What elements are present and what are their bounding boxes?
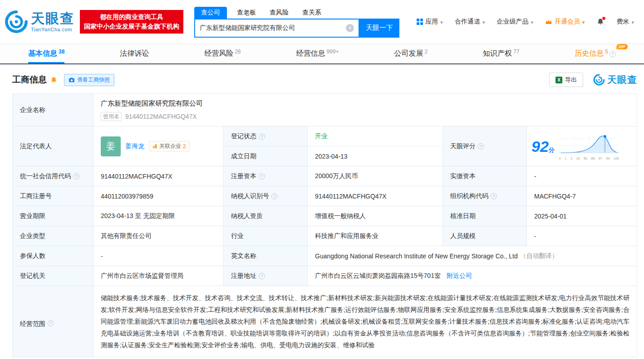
tab-history-info[interactable]: 历史信息 5 VIP [575, 44, 616, 63]
related-companies-badge[interactable]: 关联企业 2 [149, 141, 190, 151]
field-label-company-type: 企业类型 [13, 226, 93, 246]
tab-company-development[interactable]: 公司发展 2 [394, 44, 428, 63]
field-value-credit-code: 91440112MACFHGQ47X [93, 166, 224, 186]
help-icon[interactable] [610, 51, 616, 57]
field-value-company-type: 其他有限责任公司 [93, 226, 224, 246]
snapshot-button[interactable]: 查看工商快照 [64, 74, 114, 86]
field-value-business-scope: 储能技术服务;技术服务、技术开发、技术咨询、技术交流、技术转让、技术推广;新材料… [93, 286, 637, 357]
field-label-insured: 参保人数 [13, 246, 93, 266]
nav-user-account[interactable]: 费米 [616, 18, 634, 26]
field-value-legal-rep: 姜 姜海龙 关联企业 2 [93, 126, 224, 166]
tab-legal-lawsuits[interactable]: 法律诉讼 [120, 44, 149, 63]
company-name: 广东新型储能国家研究院有限公司 [101, 99, 629, 108]
field-label-company-name: 企业名称 [13, 94, 93, 126]
field-label-reg-capital: 注册资本 [224, 166, 308, 186]
field-label-taxpayer-quality: 纳税人资质 [224, 206, 308, 226]
tianyancha-logo[interactable]: 天眼查 TianYanCha.com [5, 10, 74, 34]
legal-rep-link[interactable]: 姜海龙 [125, 142, 144, 150]
field-value-industry: 科技推广和应用服务业 [308, 226, 443, 246]
tab-intellectual-property[interactable]: 知识产权 77 [483, 44, 519, 63]
field-value-english-name: Guangdong National Research Institute of… [308, 246, 637, 266]
apps-grid-icon [417, 19, 423, 25]
help-icon[interactable] [73, 173, 79, 180]
camera-icon [69, 77, 75, 82]
field-label-score: 天眼评分 [443, 126, 527, 166]
field-value-reg-authority: 广州市白云区市场监督管理局 [93, 266, 224, 286]
field-label-org-code: 组织机构代码 [443, 186, 527, 206]
alert-bell-icon[interactable] [50, 76, 58, 84]
business-info-table: 企业名称 广东新型储能国家研究院有限公司 曾用名 91440112MACFHGQ… [12, 93, 637, 357]
search-block: 查公司 查老板 查风险 查关系 天眼一下 [194, 6, 399, 38]
slogan-line-1: 都在用的商业查询工具 [84, 12, 179, 22]
notification-red-dot [602, 17, 605, 20]
score-chart-axis: 0131550859799100 [559, 157, 619, 160]
logo-icon [593, 74, 605, 86]
nav-apps[interactable]: 应用 [417, 18, 443, 26]
status-open: 开业 [315, 132, 328, 141]
help-icon[interactable] [271, 193, 278, 199]
excel-icon [556, 77, 562, 83]
nav-partner[interactable]: 合作通道 [455, 18, 485, 26]
field-label-credit-code: 统一社会信用代码 [13, 166, 93, 186]
watermark-text: 天眼查 [607, 73, 637, 86]
nav-enterprise[interactable]: 企业级产品 [497, 18, 533, 26]
search-tab-company[interactable]: 查公司 [194, 7, 227, 19]
help-icon[interactable] [491, 193, 497, 199]
tab-count: 28 [235, 49, 241, 55]
chevron-down-icon [631, 18, 634, 25]
search-tab-relation[interactable]: 查关系 [302, 7, 321, 19]
chevron-down-icon [482, 18, 485, 25]
field-value-score: 92分 0131550859799100 [527, 126, 637, 166]
logo-icon [5, 10, 28, 34]
score-unit: 分 [549, 146, 555, 153]
score-curve-chart: 0131550859799100 [559, 133, 619, 160]
logo-subtitle: TianYanCha.com [31, 27, 74, 32]
help-icon[interactable] [259, 273, 265, 279]
chevron-down-icon [531, 18, 533, 25]
help-icon[interactable] [478, 143, 484, 150]
chevron-down-icon [582, 18, 585, 25]
search-tab-risk[interactable]: 查风险 [270, 7, 289, 19]
tab-count: 2 [424, 49, 428, 55]
field-label-established: 成立日期 [224, 146, 308, 166]
clear-search-icon[interactable] [346, 24, 354, 32]
tab-count: 38 [59, 49, 64, 55]
field-label-reg-number: 工商注册号 [13, 186, 93, 206]
field-value-approval-date: 2025-04-01 [527, 206, 637, 226]
field-value-taxpayer-id: 91440112MACFHGQ47X [308, 186, 443, 206]
nav-vip-upgrade[interactable]: 开通会员 [545, 18, 585, 26]
field-label-paid-capital: 实缴资本 [443, 166, 527, 186]
field-value-reg-status: 开业 [308, 126, 443, 146]
field-value-business-term: 2023-04-13 至 无固定期限 [93, 206, 224, 226]
search-button[interactable]: 天眼一下 [359, 19, 399, 38]
field-label-english-name: 英文名称 [224, 246, 308, 266]
tab-count: 5 [605, 49, 608, 55]
watermark-logo: 天眼查 [593, 73, 637, 86]
tab-business-risk[interactable]: 经营风险 28 [204, 44, 241, 63]
notification-bell[interactable] [596, 18, 605, 26]
tab-business-info[interactable]: 经营信息 999+ [296, 44, 339, 63]
field-value-org-code: MACFHGQ4-7 [527, 186, 637, 206]
search-input[interactable] [195, 24, 346, 32]
help-icon[interactable] [259, 173, 265, 180]
legal-rep-avatar[interactable]: 姜 [101, 136, 121, 156]
help-icon[interactable] [259, 133, 265, 140]
section-title: 工商信息 [12, 74, 47, 86]
score-value: 92 [531, 138, 549, 155]
auto-translate-note: （自动翻译） [520, 252, 558, 260]
field-value-staff-size: - [527, 226, 637, 246]
field-label-approval-date: 核准日期 [443, 206, 527, 226]
field-label-reg-status: 登记状态 [224, 126, 308, 146]
help-icon[interactable] [48, 320, 54, 326]
tab-basic-info[interactable]: 基本信息 38 [28, 44, 64, 63]
former-name-tag: 曾用名 [101, 112, 122, 121]
tab-count: 77 [513, 49, 519, 55]
nearby-companies-link[interactable]: 附近公司 [447, 272, 472, 280]
brand-slogan-banner: 都在用的商业查询工具 国家中小企业发展子基金旗下机构 [80, 10, 183, 34]
slogan-line-2: 国家中小企业发展子基金旗下机构 [84, 22, 179, 31]
company-tabbar: 基本信息 38 法律诉讼 经营风险 28 经营信息 999+ 公司发展 2 知识… [0, 44, 644, 64]
top-nav: 应用 合作通道 企业级产品 开通会员 费米 [417, 18, 634, 26]
export-button[interactable]: 导出 [549, 73, 583, 87]
search-tab-boss[interactable]: 查老板 [237, 7, 256, 19]
field-label-address: 注册地址 [224, 266, 308, 286]
